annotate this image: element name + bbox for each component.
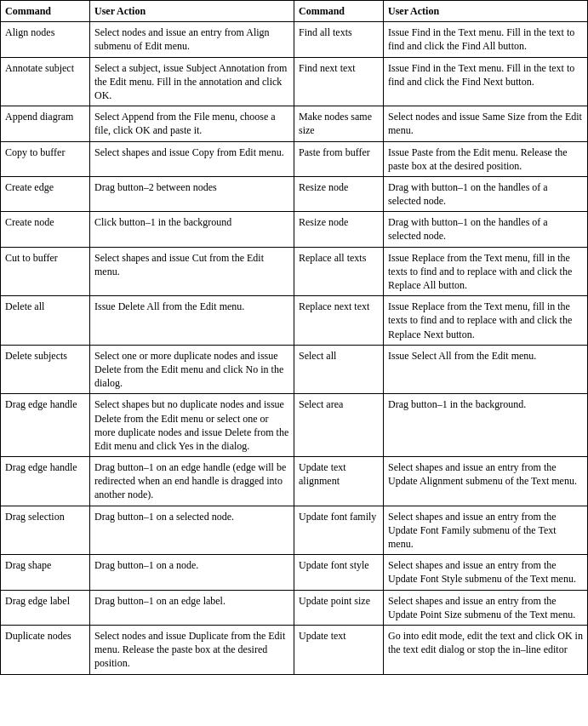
table-row: Drag edge handleDrag button–1 on an edge… — [1, 457, 588, 506]
command-cell-left: Append diagram — [1, 106, 90, 141]
action-cell-right: Select shapes and issue an entry from th… — [384, 590, 588, 625]
action-cell-right: Issue Select All from the Edit menu. — [384, 345, 588, 394]
header-action2: User Action — [384, 1, 588, 22]
table-row: Drag selectionDrag button–1 on a selecte… — [1, 506, 588, 555]
command-cell-left: Drag shape — [1, 555, 90, 590]
header-command2: Command — [294, 1, 384, 22]
action-cell-left: Select nodes and issue an entry from Ali… — [90, 22, 294, 57]
command-cell-right: Resize node — [294, 212, 384, 247]
command-cell-right: Update font family — [294, 506, 384, 555]
table-row: Duplicate nodesSelect nodes and issue Du… — [1, 625, 588, 674]
table-row: Annotate subjectSelect a subject, issue … — [1, 57, 588, 106]
action-cell-right: Drag with button–1 on the handles of a s… — [384, 176, 588, 211]
table-row: Drag edge labelDrag button–1 on an edge … — [1, 590, 588, 625]
command-cell-left: Copy to buffer — [1, 141, 90, 176]
action-cell-left: Issue Delete All from the Edit menu. — [90, 296, 294, 346]
action-cell-left: Select Append from the File menu, choose… — [90, 106, 294, 141]
table-row: Align nodesSelect nodes and issue an ent… — [1, 22, 588, 57]
action-cell-right: Drag with button–1 on the handles of a s… — [384, 212, 588, 247]
table-row: Create nodeClick button–1 in the backgro… — [1, 212, 588, 247]
action-cell-left: Drag button–1 on an edge label. — [90, 590, 294, 625]
action-cell-left: Drag button–1 on a selected node. — [90, 506, 294, 555]
table-row: Create edgeDrag button–2 between nodesRe… — [1, 176, 588, 211]
table-row: Drag edge handleSelect shapes but no dup… — [1, 394, 588, 457]
command-cell-left: Drag edge handle — [1, 457, 90, 506]
command-cell-right: Select all — [294, 345, 384, 394]
action-cell-right: Issue Replace from the Text menu, fill i… — [384, 247, 588, 296]
command-cell-left: Delete subjects — [1, 345, 90, 394]
command-cell-left: Align nodes — [1, 22, 90, 57]
command-cell-right: Select area — [294, 394, 384, 457]
main-table: Command User Action Command User Action … — [0, 0, 588, 675]
table-row: Append diagramSelect Append from the Fil… — [1, 106, 588, 141]
action-cell-left: Drag button–2 between nodes — [90, 176, 294, 211]
action-cell-left: Select one or more duplicate nodes and i… — [90, 345, 294, 394]
command-cell-left: Drag edge label — [1, 590, 90, 625]
command-cell-right: Update text alignment — [294, 457, 384, 506]
command-cell-left: Create node — [1, 212, 90, 247]
action-cell-left: Select shapes but no duplicate nodes and… — [90, 394, 294, 457]
command-cell-right: Find all texts — [294, 22, 384, 57]
command-cell-left: Cut to buffer — [1, 247, 90, 296]
action-cell-right: Issue Replace from the Text menu, fill i… — [384, 296, 588, 346]
action-cell-right: Select shapes and issue an entry from th… — [384, 457, 588, 506]
command-cell-left: Annotate subject — [1, 57, 90, 106]
action-cell-right: Drag button–1 in the background. — [384, 394, 588, 457]
action-cell-left: Select a subject, issue Subject Annotati… — [90, 57, 294, 106]
table-row: Delete subjectsSelect one or more duplic… — [1, 345, 588, 394]
action-cell-left: Select shapes and issue Copy from Edit m… — [90, 141, 294, 176]
action-cell-right: Select nodes and issue Same Size from th… — [384, 106, 588, 141]
action-cell-left: Drag button–1 on a node. — [90, 555, 294, 590]
command-cell-right: Update point size — [294, 590, 384, 625]
header-action1: User Action — [90, 1, 294, 22]
command-cell-left: Delete all — [1, 296, 90, 346]
command-cell-right: Update text — [294, 625, 384, 674]
command-cell-right: Resize node — [294, 176, 384, 211]
table-row: Copy to bufferSelect shapes and issue Co… — [1, 141, 588, 176]
action-cell-left: Drag button–1 on an edge handle (edge wi… — [90, 457, 294, 506]
action-cell-right: Issue Find in the Text menu. Fill in the… — [384, 57, 588, 106]
command-cell-right: Find next text — [294, 57, 384, 106]
command-cell-right: Make nodes same size — [294, 106, 384, 141]
action-cell-left: Click button–1 in the background — [90, 212, 294, 247]
action-cell-left: Select shapes and issue Cut from the Edi… — [90, 247, 294, 296]
command-cell-left: Drag selection — [1, 506, 90, 555]
action-cell-right: Go into edit mode, edit the text and cli… — [384, 625, 588, 674]
command-cell-left: Create edge — [1, 176, 90, 211]
command-cell-left: Duplicate nodes — [1, 625, 90, 674]
header-command1: Command — [1, 1, 90, 22]
action-cell-right: Select shapes and issue an entry from th… — [384, 555, 588, 590]
action-cell-right: Issue Find in the Text menu. Fill in the… — [384, 22, 588, 57]
command-cell-right: Replace next text — [294, 296, 384, 346]
command-cell-left: Drag edge handle — [1, 394, 90, 457]
command-cell-right: Update font style — [294, 555, 384, 590]
command-cell-right: Paste from buffer — [294, 141, 384, 176]
table-row: Cut to bufferSelect shapes and issue Cut… — [1, 247, 588, 296]
action-cell-left: Select nodes and issue Duplicate from th… — [90, 625, 294, 674]
table-row: Delete allIssue Delete All from the Edit… — [1, 296, 588, 346]
action-cell-right: Select shapes and issue an entry from th… — [384, 506, 588, 555]
table-row: Drag shapeDrag button–1 on a node.Update… — [1, 555, 588, 590]
command-cell-right: Replace all texts — [294, 247, 384, 296]
action-cell-right: Issue Paste from the Edit menu. Release … — [384, 141, 588, 176]
